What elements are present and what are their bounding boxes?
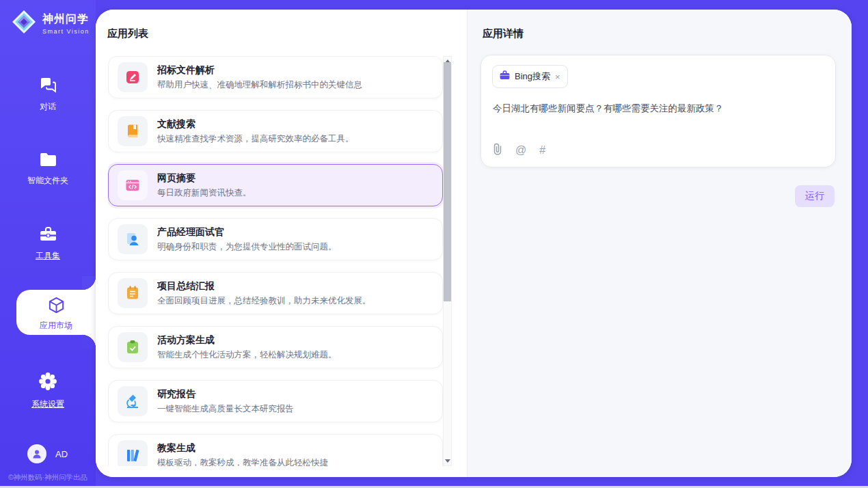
gem-logo-icon [11,9,37,38]
active-tab-fillet-top [82,276,96,290]
app-description: 快速精准查找学术资源，提高研究效率的必备工具。 [157,133,354,145]
clipboard-check-icon [118,332,148,362]
main-panel: 应用列表 招标文件解析 帮助用户快速、准确地理解和解析招标书中的关键信息 [96,10,852,477]
sidebar-item-label: 智能文件夹 [27,175,68,187]
tool-tag-bing-search[interactable]: Bing搜索 × [492,65,568,88]
active-tab-fillet-bottom [82,335,96,349]
sidebar-item-toolset[interactable]: 工具集 [0,226,96,262]
app-card-literature-search[interactable]: 文献搜索 快速精准查找学术资源，提高研究效率的必备工具。 [108,110,443,152]
user-account[interactable]: AD [27,444,68,463]
app-title: 教案生成 [157,442,328,455]
app-description: 每日政府新闻资讯快查。 [157,187,252,199]
app-list-scrollbar[interactable] [443,56,452,466]
close-icon[interactable]: × [555,72,560,81]
books-icon [118,440,148,466]
app-description: 智能生成个性化活动方案，轻松解决规划难题。 [157,349,337,361]
app-description: 一键智能生成高质量长文本研究报告 [157,403,294,415]
app-card-event-plan[interactable]: 活动方案生成 智能生成个性化活动方案，轻松解决规划难题。 [108,326,443,368]
app-title: 研究报告 [157,388,294,401]
app-title: 产品经理面试官 [157,226,337,239]
app-title: 项目总结汇报 [157,280,371,293]
prompt-input-card[interactable]: Bing搜索 × 今日湖北有哪些新闻要点？有哪些需要关注的最新政策？ @ # [480,55,836,167]
app-description: 明确身份和职责，为您提供专业性的面试问题。 [157,241,337,253]
app-title: 活动方案生成 [157,334,337,347]
briefcase-icon [500,70,510,83]
sidebar-item-label: 系统设置 [31,398,64,410]
gear-icon [38,381,57,393]
sidebar-item-chat[interactable]: 对话 [0,77,96,113]
sidebar-item-app-market[interactable]: 应用市场 [16,290,96,335]
browser-code-icon [118,170,148,200]
run-button[interactable]: 运行 [795,185,835,207]
app-card-web-summary[interactable]: 网页摘要 每日政府新闻资讯快查。 [108,164,443,206]
toolbox-icon [39,233,57,245]
tool-tag-label: Bing搜索 [515,70,550,83]
interviewer-icon [118,224,148,254]
book-icon [118,116,148,146]
app-description: 模板驱动，教案秒成，教学准备从此轻松快捷 [157,457,328,467]
brand-subtitle: Smart Vision [42,28,90,35]
scrollbar-thumb[interactable] [444,62,451,301]
app-card-lesson-plan[interactable]: 教案生成 模板驱动，教案秒成，教学准备从此轻松快捷 [108,434,443,466]
cube-icon [47,305,66,316]
folder-icon [39,158,57,170]
app-card-research-report[interactable]: 研究报告 一键智能生成高质量长文本研究报告 [108,380,443,422]
sidebar-item-smart-folders[interactable]: 智能文件夹 [0,152,96,187]
sidebar-item-label: 对话 [40,101,56,113]
note-icon [118,278,148,308]
app-detail-title: 应用详情 [483,27,524,40]
at-mention-icon[interactable]: @ [515,144,526,157]
app-list-panel: 应用列表 招标文件解析 帮助用户快速、准确地理解和解析招标书中的关键信息 [96,10,467,477]
app-description: 帮助用户快速、准确地理解和解析招标书中的关键信息 [157,79,362,91]
app-description: 全面回顾项目进展，总结经验教训，助力未来优化发展。 [157,295,371,307]
pen-square-icon [118,62,148,92]
avatar [27,444,46,463]
sidebar-item-settings[interactable]: 系统设置 [0,372,96,410]
sidebar-item-label: 工具集 [36,250,60,262]
hash-icon[interactable]: # [539,144,545,157]
app-card-tender-analysis[interactable]: 招标文件解析 帮助用户快速、准确地理解和解析招标书中的关键信息 [108,56,443,98]
app-list-title: 应用列表 [107,27,148,40]
microscope-icon [118,386,148,416]
app-card-project-summary[interactable]: 项目总结汇报 全面回顾项目进展，总结经验教训，助力未来优化发展。 [108,272,443,314]
sidebar-item-label: 应用市场 [40,320,72,331]
app-title: 网页摘要 [157,172,252,185]
prompt-text[interactable]: 今日湖北有哪些新闻要点？有哪些需要关注的最新政策？ [493,103,824,115]
chat-icon [39,84,57,96]
paperclip-icon[interactable] [493,143,502,158]
brand-name: 神州问学 [42,12,90,27]
app-title: 文献搜索 [157,118,354,131]
app-title: 招标文件解析 [157,64,362,77]
app-detail-panel: 应用详情 Bing搜索 × 今日湖北有哪些新闻要点？有哪些需要关注的最新政策？ [467,10,852,477]
brand-logo: 神州问学 Smart Vision [11,9,90,38]
app-list: 招标文件解析 帮助用户快速、准确地理解和解析招标书中的关键信息 文献搜索 快速精… [108,56,443,466]
copyright-text: ©神州数码·神州问学出品 [0,473,96,483]
user-initials: AD [55,449,68,459]
attachment-toolbar: @ # [493,143,545,158]
scroll-down-icon[interactable] [444,457,451,465]
app-card-pm-interviewer[interactable]: 产品经理面试官 明确身份和职责，为您提供专业性的面试问题。 [108,218,443,260]
sidebar: 神州问学 Smart Vision 对话 智能文件夹 [0,0,96,488]
